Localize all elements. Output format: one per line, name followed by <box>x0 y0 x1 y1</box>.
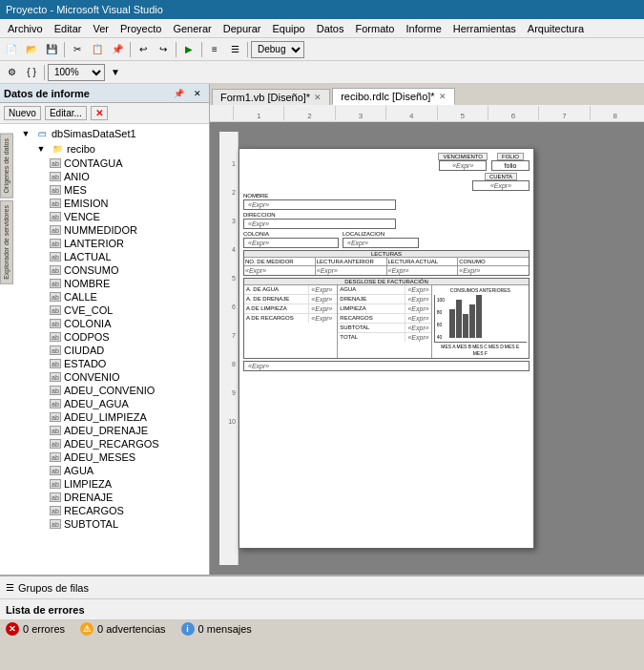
field-cve-col[interactable]: abCVE_COL <box>2 304 207 317</box>
menu-formato[interactable]: Formato <box>350 21 401 36</box>
field-anio[interactable]: abANIO <box>2 170 207 183</box>
field-adeu-convenio[interactable]: abADEU_CONVENIO <box>2 384 207 397</box>
nombre-expr[interactable]: «Expr» <box>243 199 396 210</box>
lect-ant-val[interactable]: «Expr» <box>316 265 387 275</box>
run-button[interactable]: ▶ <box>179 40 198 59</box>
field-adeu-limpieza[interactable]: abADEU_LIMPIEZA <box>2 410 207 424</box>
title-text: Proyecto - Microsoft Visual Studio <box>6 4 163 15</box>
field-estado[interactable]: abESTADO <box>2 357 207 370</box>
menu-informe[interactable]: Informe <box>400 21 447 36</box>
a-agua-val[interactable]: «Expr» <box>308 285 337 294</box>
report-canvas[interactable]: 1 2 3 4 5 6 7 8 9 10 <box>210 122 644 575</box>
field-drenaje[interactable]: abDRENAJE <box>2 491 207 504</box>
folio-expr[interactable]: folio <box>491 160 530 171</box>
lect-act-val[interactable]: «Expr» <box>387 265 459 275</box>
a-limpieza-val[interactable]: «Expr» <box>308 304 337 313</box>
menu-arquitectura[interactable]: Arquitectura <box>522 21 590 36</box>
tree-dataset[interactable]: ▼ 🗃 dbSimasDataSet1 <box>2 126 207 141</box>
limpieza-mid-val[interactable]: «Expr» <box>405 304 430 313</box>
tree-table[interactable]: ▼ 📁 recibo <box>2 141 207 157</box>
tb2-btn2[interactable]: { } <box>22 63 41 82</box>
warnings-item[interactable]: ⚠ 0 advertencias <box>80 622 166 636</box>
field-agua[interactable]: abAGUA <box>2 464 207 477</box>
paste-button[interactable]: 📌 <box>108 40 127 59</box>
field-adeu-meses[interactable]: abADEU_MESES <box>2 450 207 464</box>
copy-button[interactable]: 📋 <box>88 40 107 59</box>
field-emision[interactable]: abEMISION <box>2 197 207 210</box>
format-btn1[interactable]: ≡ <box>205 40 224 59</box>
menu-generar[interactable]: Generar <box>167 21 217 36</box>
field-ciudad[interactable]: abCIUDAD <box>2 344 207 357</box>
field-nombre[interactable]: abNOMBRE <box>2 277 207 290</box>
field-colonia[interactable]: abCOLONIA <box>2 317 207 330</box>
designer-area: 1 2 3 4 5 6 7 8 1 2 3 <box>210 105 644 575</box>
field-adeu-recargos[interactable]: abADEU_RECARGOS <box>2 437 207 450</box>
bottom-expr[interactable]: «Expr» <box>243 361 530 371</box>
menu-equipo[interactable]: Equipo <box>266 21 310 36</box>
tab-form1[interactable]: Form1.vb [Diseño]* ✕ <box>212 89 330 105</box>
panel-pin[interactable]: 📌 <box>170 88 188 99</box>
messages-item[interactable]: i 0 mensajes <box>181 622 252 636</box>
field-lanterior[interactable]: abLANTERIOR <box>2 237 207 250</box>
panel-close[interactable]: ✕ <box>190 88 205 99</box>
field-adeu-drenaje[interactable]: abADEU_DRENAJE <box>2 424 207 437</box>
zoom-apply[interactable]: ▼ <box>106 63 125 82</box>
errors-item[interactable]: ✕ 0 errores <box>6 622 65 636</box>
lecturas-headers: NO. DE MEDIDOR LECTURA ANTERIOR LECTURA … <box>244 258 529 265</box>
a-drenaje-val[interactable]: «Expr» <box>308 295 337 304</box>
field-contagua[interactable]: abCONTAGUA <box>2 157 207 170</box>
field-calle[interactable]: abCALLE <box>2 290 207 304</box>
debug-combo[interactable]: Debug <box>251 41 304 58</box>
field-recargos[interactable]: abRECARGOS <box>2 504 207 517</box>
menu-datos[interactable]: Datos <box>311 21 350 36</box>
menu-editar[interactable]: Editar <box>49 21 88 36</box>
field-consumo[interactable]: abCONSUMO <box>2 263 207 277</box>
edit-item-btn[interactable]: Editar... <box>45 106 87 120</box>
field-mes[interactable]: abMES <box>2 183 207 197</box>
field-nummedidor[interactable]: abNUMMEDIDOR <box>2 223 207 237</box>
consumo-val[interactable]: «Expr» <box>458 265 529 275</box>
save-button[interactable]: 💾 <box>42 40 61 59</box>
field-convenio[interactable]: abCONVENIO <box>2 370 207 384</box>
drenaje-mid-val[interactable]: «Expr» <box>405 295 430 304</box>
field-subtotal[interactable]: abSUBTOTAL <box>2 517 207 531</box>
localizacion-expr[interactable]: «Expr» <box>343 238 419 248</box>
subtotal-mid-val[interactable]: «Expr» <box>405 324 430 332</box>
direccion-expr[interactable]: «Expr» <box>243 219 396 229</box>
tb2-btn1[interactable]: ⚙ <box>2 63 21 82</box>
side-tab-explorador[interactable]: Explorador de servidores <box>0 200 13 284</box>
menu-proyecto[interactable]: Proyecto <box>114 21 167 36</box>
undo-button[interactable]: ↩ <box>134 40 153 59</box>
delete-item-btn[interactable]: ✕ <box>91 106 108 120</box>
menu-herramientas[interactable]: Herramientas <box>447 21 522 36</box>
vencimiento-expr[interactable]: «Expr» <box>439 160 487 171</box>
tab-recibo-close[interactable]: ✕ <box>439 92 447 101</box>
redo-button[interactable]: ↪ <box>154 40 173 59</box>
new-item-btn[interactable]: Nuevo <box>4 106 41 120</box>
colonia-expr[interactable]: «Expr» <box>243 238 339 248</box>
field-vence[interactable]: abVENCE <box>2 210 207 223</box>
recargos-mid-val[interactable]: «Expr» <box>405 314 430 323</box>
open-button[interactable]: 📂 <box>22 40 41 59</box>
a-recargos-val[interactable]: «Expr» <box>308 314 337 323</box>
menu-archivo[interactable]: Archivo <box>2 21 49 36</box>
field-adeu-agua[interactable]: abADEU_AGUA <box>2 397 207 410</box>
side-tab-origenes[interactable]: Orígenes de datos <box>0 134 13 199</box>
new-button[interactable]: 📄 <box>2 40 21 59</box>
zoom-combo[interactable]: 100% <box>48 64 105 81</box>
menu-ver[interactable]: Ver <box>87 21 114 36</box>
row-groups-bar: ☰ Grupos de filas <box>0 576 644 599</box>
cut-button[interactable]: ✂ <box>68 40 87 59</box>
total-mid-val[interactable]: «Expr» <box>405 333 430 342</box>
no-medidor-val[interactable]: «Expr» <box>244 265 316 275</box>
tab-form1-close[interactable]: ✕ <box>314 93 322 102</box>
field-codpos[interactable]: abCODPOS <box>2 330 207 344</box>
tree-area[interactable]: ▼ 🗃 dbSimasDataSet1 ▼ 📁 recibo abCONTAGU… <box>0 124 209 575</box>
field-limpieza[interactable]: abLIMPIEZA <box>2 477 207 491</box>
tab-recibo[interactable]: recibo.rdlc [Diseño]* ✕ <box>332 88 454 105</box>
field-lactual[interactable]: abLACTUAL <box>2 250 207 263</box>
format-btn2[interactable]: ☰ <box>225 40 244 59</box>
agua-mid-val[interactable]: «Expr» <box>405 285 430 294</box>
menu-depurar[interactable]: Depurar <box>218 21 267 36</box>
cuenta-expr[interactable]: «Expr» <box>472 180 530 191</box>
